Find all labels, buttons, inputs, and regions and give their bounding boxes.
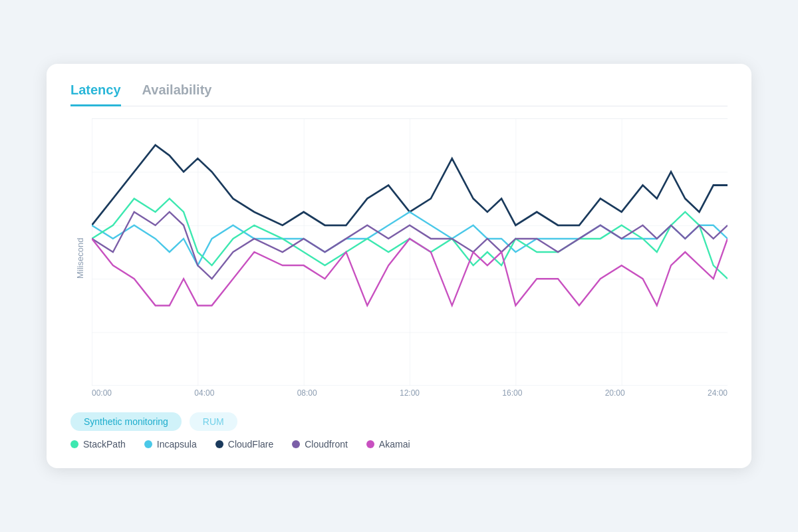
x-tick-2: 08:00 <box>297 388 317 398</box>
legend-item-akamai: Akamai <box>366 439 410 450</box>
legend-item-cloudfront: Cloudfront <box>292 439 348 450</box>
filter-synthetic[interactable]: Synthetic monitoring <box>70 412 182 431</box>
filter-rum[interactable]: RUM <box>190 412 237 431</box>
cloudflare-dot <box>215 440 223 448</box>
chart-svg: 1K 750 500 250 0 <box>92 118 728 386</box>
chart-svg-wrap: 1K 750 500 250 0 <box>92 118 728 386</box>
akamai-dot <box>366 440 374 448</box>
y-axis-label: Milisecond <box>70 118 89 398</box>
cloudfront-dot <box>292 440 300 448</box>
cloudflare-label: CloudFlare <box>228 439 273 450</box>
chart-inner: 1K 750 500 250 0 <box>92 118 728 398</box>
x-tick-6: 24:00 <box>708 388 728 398</box>
tab-bar: Latency Availability <box>70 82 728 106</box>
akamai-label: Akamai <box>379 439 410 450</box>
x-tick-5: 20:00 <box>605 388 625 398</box>
legend-item-cloudflare: CloudFlare <box>215 439 273 450</box>
x-tick-1: 04:00 <box>194 388 214 398</box>
x-tick-3: 12:00 <box>400 388 420 398</box>
legend-item-incapsula: Incapsula <box>144 439 197 450</box>
legend: StackPath Incapsula CloudFlare Cloudfron… <box>70 439 728 450</box>
incapsula-dot <box>144 440 152 448</box>
x-axis: 00:00 04:00 08:00 12:00 16:00 20:00 24:0… <box>92 386 728 398</box>
stackpath-label: StackPath <box>83 439 126 450</box>
stackpath-dot <box>70 440 78 448</box>
x-tick-0: 00:00 <box>92 388 112 398</box>
bottom-section: Synthetic monitoring RUM StackPath Incap… <box>70 412 728 450</box>
filter-buttons: Synthetic monitoring RUM <box>70 412 728 431</box>
chart-area: Milisecond 1K 750 500 <box>70 118 728 398</box>
x-tick-4: 16:00 <box>502 388 522 398</box>
tab-latency[interactable]: Latency <box>70 82 121 106</box>
tab-availability[interactable]: Availability <box>142 82 212 106</box>
svg-rect-0 <box>92 118 728 386</box>
cloudfront-label: Cloudfront <box>305 439 348 450</box>
incapsula-label: Incapsula <box>157 439 197 450</box>
legend-item-stackpath: StackPath <box>70 439 126 450</box>
main-card: Latency Availability Milisecond <box>47 64 751 468</box>
